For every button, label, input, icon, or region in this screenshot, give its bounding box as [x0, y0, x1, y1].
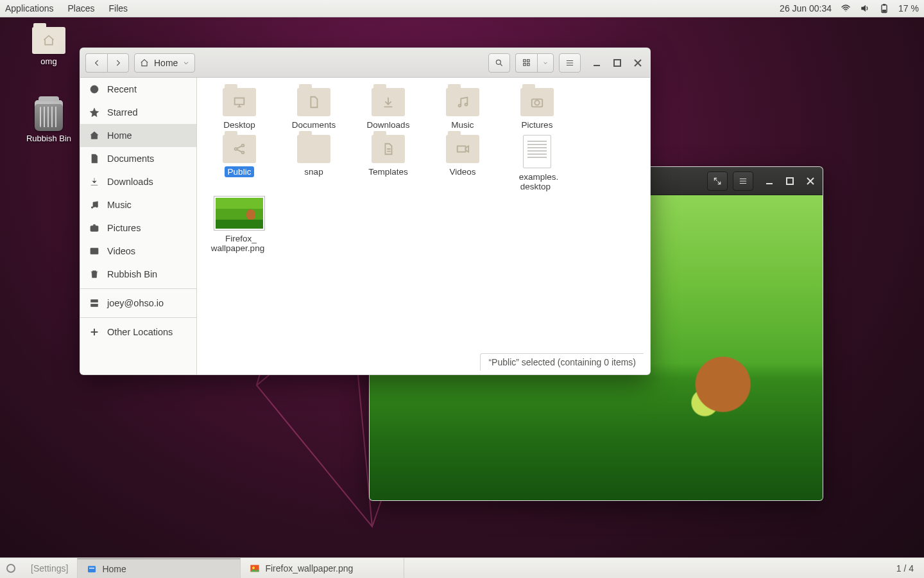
- close-icon[interactable]: [633, 58, 642, 67]
- pathbar[interactable]: Home: [134, 53, 195, 73]
- minimize-icon[interactable]: [765, 177, 774, 186]
- file-public[interactable]: Public: [202, 132, 277, 194]
- task-settings[interactable]: [Settings]: [22, 558, 78, 578]
- svg-point-20: [465, 103, 468, 106]
- search-button[interactable]: [488, 53, 510, 73]
- file-downloads[interactable]: Downloads: [351, 85, 425, 132]
- desktop-icon-omg[interactable]: omg: [18, 27, 80, 66]
- sidebar-item-label: Recent: [107, 84, 137, 94]
- maximize-icon[interactable]: [613, 58, 622, 67]
- sidebar-item-pictures[interactable]: Pictures: [80, 216, 196, 240]
- sidebar-item-label: Pictures: [107, 223, 141, 233]
- separator: [80, 288, 196, 289]
- clock-icon: [89, 84, 99, 94]
- file-label: Templates: [365, 166, 411, 177]
- image-thumbnail-icon: [214, 197, 264, 230]
- file-label: Desktop: [220, 119, 259, 130]
- file-documents[interactable]: Documents: [277, 85, 351, 132]
- file-label: examples. desktop: [516, 171, 559, 192]
- svg-rect-17: [91, 304, 98, 306]
- sidebar-item-videos[interactable]: Videos: [80, 240, 196, 263]
- view-options-button[interactable]: [537, 53, 554, 73]
- sidebar-item-music[interactable]: Music: [80, 193, 196, 216]
- wifi-icon[interactable]: [841, 3, 851, 13]
- maximize-icon[interactable]: [785, 177, 794, 186]
- file-firefox-wallpaper[interactable]: Firefox_ wallpaper.png: [202, 194, 277, 256]
- file-label: Music: [448, 119, 477, 130]
- sidebar-item-home[interactable]: Home: [80, 124, 196, 147]
- svg-rect-18: [235, 98, 244, 105]
- workspace-pager[interactable]: 1 / 4: [886, 558, 924, 578]
- sidebar-item-other[interactable]: Other Locations: [80, 320, 196, 344]
- clock[interactable]: 26 Jun 00:34: [780, 3, 832, 13]
- minimize-icon[interactable]: [592, 58, 601, 67]
- pager-label: 1 / 4: [896, 563, 914, 574]
- separator: [80, 317, 196, 318]
- folder-icon: [520, 88, 554, 116]
- forward-button[interactable]: [107, 53, 129, 73]
- desktop-icon-trash[interactable]: Rubbish Bin: [18, 100, 80, 143]
- files-content[interactable]: Desktop Documents Downloads Music Pictur…: [197, 78, 650, 374]
- menu-places[interactable]: Places: [68, 3, 95, 13]
- files-app-icon: [87, 564, 97, 574]
- sidebar-item-label: Home: [107, 130, 132, 141]
- sidebar-item-documents[interactable]: Documents: [80, 147, 196, 170]
- svg-rect-7: [523, 63, 526, 66]
- task-home[interactable]: Home: [77, 558, 241, 578]
- sidebar-item-remote[interactable]: joey@ohso.io: [80, 292, 196, 315]
- svg-point-11: [91, 207, 93, 209]
- file-videos[interactable]: Videos: [425, 132, 500, 194]
- folder-icon: [223, 135, 256, 163]
- files-window[interactable]: Home Recent Starred Home Documents Downl…: [80, 48, 651, 375]
- file-music[interactable]: Music: [425, 85, 500, 132]
- file-snap[interactable]: snap: [277, 132, 351, 194]
- download-icon: [89, 177, 99, 187]
- file-label: snap: [301, 166, 326, 177]
- trash-icon: [89, 269, 99, 279]
- file-pictures[interactable]: Pictures: [500, 85, 574, 132]
- folder-icon: [372, 88, 405, 116]
- back-button[interactable]: [85, 53, 107, 73]
- task-label: Home: [102, 564, 126, 574]
- fullscreen-button[interactable]: [707, 171, 728, 191]
- svg-rect-1: [884, 4, 886, 5]
- svg-rect-27: [88, 566, 96, 572]
- battery-percent[interactable]: 17 %: [898, 3, 919, 13]
- svg-point-23: [235, 148, 237, 150]
- view-mode-button[interactable]: [515, 53, 537, 73]
- menu-files[interactable]: Files: [109, 3, 128, 13]
- image-viewer-app-icon: [250, 563, 260, 574]
- sidebar-item-downloads[interactable]: Downloads: [80, 170, 196, 193]
- svg-rect-6: [527, 59, 529, 62]
- video-icon: [89, 246, 99, 256]
- file-label: Documents: [289, 119, 339, 130]
- sidebar-item-label: joey@ohso.io: [107, 298, 164, 308]
- close-icon[interactable]: [806, 177, 815, 186]
- sidebar-item-trash[interactable]: Rubbish Bin: [80, 263, 196, 286]
- top-panel: Applications Places Files 26 Jun 00:34 1…: [0, 0, 924, 17]
- star-icon: [89, 107, 99, 118]
- activities-button[interactable]: [6, 564, 15, 573]
- volume-icon[interactable]: [860, 3, 870, 13]
- file-templates[interactable]: Templates: [351, 132, 425, 194]
- desktop-icon-label: Rubbish Bin: [26, 134, 71, 143]
- battery-icon[interactable]: [879, 3, 889, 13]
- folder-icon: [446, 88, 479, 116]
- file-label: Downloads: [364, 119, 413, 130]
- statusbar: “Public” selected (containing 0 items): [480, 353, 644, 371]
- file-desktop[interactable]: Desktop: [202, 85, 277, 132]
- menu-applications[interactable]: Applications: [5, 3, 54, 13]
- files-titlebar[interactable]: Home: [80, 48, 650, 78]
- viewer-menu-button[interactable]: [733, 171, 753, 191]
- svg-rect-9: [614, 60, 620, 66]
- folder-icon: [32, 27, 65, 54]
- sidebar-item-starred[interactable]: Starred: [80, 101, 196, 124]
- svg-point-24: [242, 144, 244, 147]
- file-examples-desktop[interactable]: examples. desktop: [500, 132, 574, 194]
- task-label: Firefox_wallpaper.png: [265, 563, 353, 574]
- trash-icon: [35, 100, 63, 131]
- svg-point-19: [459, 105, 461, 107]
- sidebar-item-recent[interactable]: Recent: [80, 78, 196, 101]
- task-viewer[interactable]: Firefox_wallpaper.png: [241, 558, 404, 578]
- hamburger-button[interactable]: [559, 53, 581, 73]
